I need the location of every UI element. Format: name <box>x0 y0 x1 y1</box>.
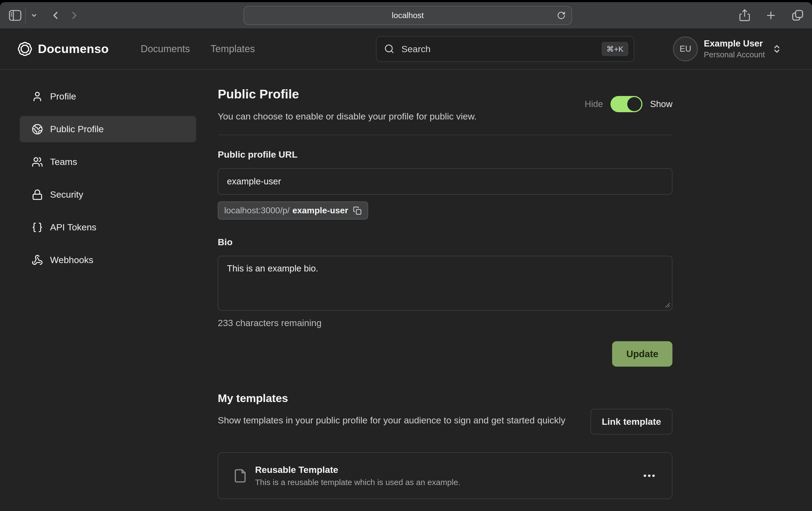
forward-button[interactable] <box>68 9 80 21</box>
top-nav: Documents Templates <box>141 43 255 55</box>
my-templates-description: Show templates in your public profile fo… <box>218 415 578 426</box>
url-field-label: Public profile URL <box>218 149 672 160</box>
lock-icon <box>32 189 43 200</box>
profile-link-copy-pill[interactable]: localhost:3000/p/ example-user <box>218 202 368 219</box>
profile-link-slug: example-user <box>292 206 348 215</box>
sidebar-item-security[interactable]: Security <box>20 181 196 208</box>
bio-field-label: Bio <box>218 237 672 247</box>
my-templates-title: My templates <box>218 392 578 405</box>
nav-templates[interactable]: Templates <box>210 43 255 55</box>
sidebar-item-webhooks[interactable]: Webhooks <box>20 247 196 273</box>
avatar-initials: EU <box>679 44 691 54</box>
template-options-menu-icon[interactable]: ••• <box>643 471 656 481</box>
sidebar-item-api-tokens[interactable]: API Tokens <box>20 214 196 240</box>
user-name: Example User <box>704 38 765 49</box>
profile-link-prefix: localhost:3000/p/ <box>224 206 290 215</box>
file-icon <box>233 467 248 484</box>
template-title: Reusable Template <box>255 464 460 475</box>
main-content: Public Profile You can choose to enable … <box>218 70 672 499</box>
switch-knob <box>627 97 641 111</box>
address-bar[interactable]: localhost <box>243 6 572 25</box>
chevrons-up-down-icon <box>772 44 782 54</box>
user-account-type: Personal Account <box>704 50 765 59</box>
documenso-logo-icon <box>17 41 33 57</box>
characters-remaining: 233 characters remaining <box>218 318 672 328</box>
sidebar-item-label: Security <box>50 189 83 200</box>
toggle-hide-label: Hide <box>585 99 603 109</box>
search-icon <box>384 44 395 54</box>
tab-overview-icon[interactable] <box>791 9 804 22</box>
brand-name: Documenso <box>38 42 109 56</box>
sidebar-item-label: Profile <box>50 91 76 102</box>
toggle-show-label: Show <box>650 99 672 109</box>
page-subtitle: You can choose to enable or disable your… <box>218 111 476 122</box>
app-header: Documenso Documents Templates ⌘+K EU Exa… <box>0 28 812 70</box>
settings-sidebar: Profile Public Profile Teams <box>20 83 196 273</box>
back-button[interactable] <box>50 9 61 21</box>
update-button[interactable]: Update <box>612 341 672 367</box>
browser-toolbar: localhost <box>0 2 812 28</box>
brand[interactable]: Documenso <box>17 41 109 57</box>
new-tab-icon[interactable] <box>765 9 777 21</box>
link-template-button[interactable]: Link template <box>590 409 672 434</box>
template-card[interactable]: Reusable Template This is a reusable tem… <box>218 452 672 499</box>
globe-icon <box>32 124 43 135</box>
bio-textarea[interactable]: This is an example bio. <box>218 256 672 311</box>
search-shortcut-badge: ⌘+K <box>602 42 628 56</box>
reload-icon[interactable] <box>557 11 566 20</box>
share-icon[interactable] <box>739 9 750 22</box>
template-description: This is a reusable template which is use… <box>255 478 460 487</box>
sidebar-item-label: Teams <box>50 156 77 167</box>
webhook-icon <box>32 254 43 266</box>
sidebar-item-label: Webhooks <box>50 255 93 265</box>
resize-grip-icon[interactable] <box>664 302 670 308</box>
app-window: Documenso Documents Templates ⌘+K EU Exa… <box>0 28 812 511</box>
user-icon <box>32 91 43 102</box>
section-divider <box>218 134 672 135</box>
profile-visibility-toggle-row: Hide Show <box>585 96 672 112</box>
page-title: Public Profile <box>218 87 476 101</box>
search-input[interactable] <box>401 43 602 54</box>
avatar: EU <box>673 36 698 61</box>
copy-icon[interactable] <box>353 206 361 215</box>
nav-documents[interactable]: Documents <box>141 43 190 55</box>
public-profile-url-input[interactable] <box>218 168 672 195</box>
sidebar-item-label: API Tokens <box>50 222 96 233</box>
toolbar-separator <box>25 7 26 23</box>
sidebar-item-profile[interactable]: Profile <box>20 83 196 110</box>
sidebar-item-public-profile[interactable]: Public Profile <box>20 116 196 142</box>
sidebar-item-teams[interactable]: Teams <box>20 149 196 175</box>
sidebar-item-label: Public Profile <box>50 124 104 134</box>
sidebar-toggle-icon[interactable] <box>9 10 21 21</box>
search-box[interactable]: ⌘+K <box>376 36 634 62</box>
braces-icon <box>32 222 43 233</box>
address-bar-url: localhost <box>392 11 424 20</box>
user-menu[interactable]: EU Example User Personal Account <box>673 36 782 61</box>
sidebar-dropdown-chevron-icon[interactable] <box>31 12 37 19</box>
users-icon <box>32 156 43 168</box>
profile-visibility-switch[interactable] <box>610 96 642 112</box>
